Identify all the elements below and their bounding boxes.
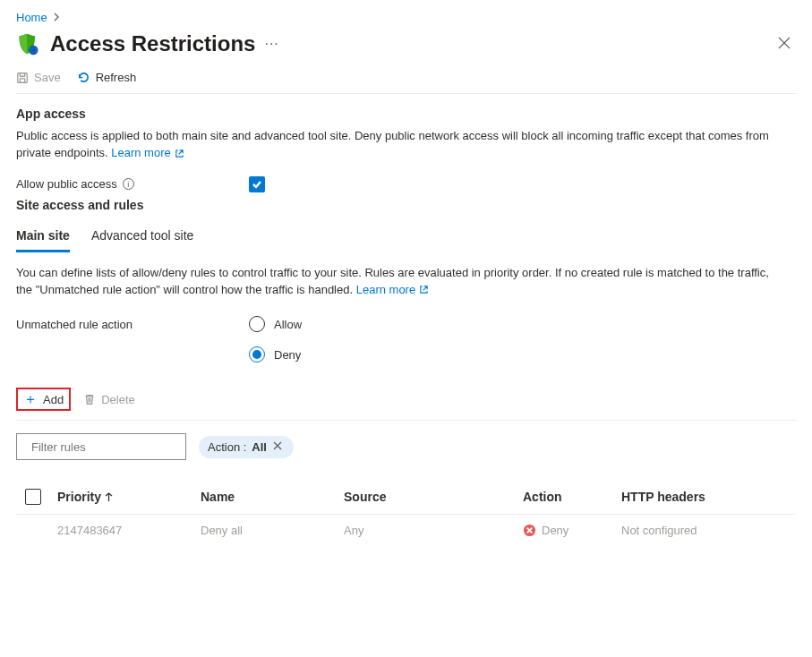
cell-http-headers: Not configured bbox=[621, 524, 765, 537]
chip-label: Action : bbox=[208, 440, 246, 454]
save-label: Save bbox=[34, 71, 61, 84]
column-name[interactable]: Name bbox=[201, 490, 344, 504]
app-access-description: Public access is applied to both main si… bbox=[16, 128, 788, 162]
unmatched-rule-label: Unmatched rule action bbox=[16, 318, 132, 331]
title-row: Access Restrictions ··· bbox=[16, 31, 796, 56]
refresh-label: Refresh bbox=[96, 71, 137, 84]
table-row[interactable]: 2147483647 Deny all Any Deny Not configu… bbox=[16, 515, 796, 546]
chevron-right-icon bbox=[53, 11, 60, 24]
radio-icon bbox=[249, 316, 265, 332]
breadcrumb: Home bbox=[16, 11, 796, 24]
page-title: Access Restrictions bbox=[50, 31, 255, 56]
refresh-icon bbox=[77, 71, 90, 84]
site-access-heading: Site access and rules bbox=[16, 198, 796, 212]
radio-icon bbox=[249, 346, 265, 363]
tab-main-site[interactable]: Main site bbox=[16, 225, 70, 252]
allow-public-access-field: Allow public access i bbox=[16, 176, 796, 192]
rules-command-bar: ＋ Add Delete bbox=[16, 388, 796, 411]
table-header-row: Priority Name Source Action HTTP headers bbox=[16, 480, 796, 515]
more-actions-button[interactable]: ··· bbox=[264, 36, 278, 52]
delete-label: Delete bbox=[101, 393, 135, 406]
radio-allow-label: Allow bbox=[274, 318, 302, 331]
delete-rule-button[interactable]: Delete bbox=[83, 393, 135, 406]
unmatched-rule-field: Unmatched rule action Allow Deny bbox=[16, 316, 796, 363]
allow-public-access-checkbox[interactable] bbox=[249, 176, 265, 192]
divider bbox=[16, 420, 796, 421]
app-access-heading: App access bbox=[16, 107, 796, 121]
unmatched-rule-radio-group: Allow Deny bbox=[249, 316, 302, 363]
breadcrumb-home-link[interactable]: Home bbox=[16, 11, 47, 24]
save-icon bbox=[16, 72, 29, 84]
cell-name: Deny all bbox=[201, 524, 344, 537]
divider bbox=[16, 93, 796, 94]
filter-rules-box[interactable] bbox=[16, 433, 186, 460]
save-button[interactable]: Save bbox=[16, 71, 61, 84]
column-source[interactable]: Source bbox=[344, 490, 523, 504]
refresh-button[interactable]: Refresh bbox=[77, 71, 137, 84]
trash-icon bbox=[83, 393, 96, 405]
filter-chip-action[interactable]: Action : All bbox=[199, 436, 294, 458]
check-icon bbox=[252, 179, 262, 190]
plus-icon: ＋ bbox=[23, 392, 38, 406]
shield-restrictions-icon bbox=[16, 31, 41, 56]
column-http-headers[interactable]: HTTP headers bbox=[621, 490, 765, 504]
chip-remove-icon[interactable] bbox=[272, 440, 285, 453]
cell-action: Deny bbox=[523, 524, 621, 537]
filter-rules-input[interactable] bbox=[31, 440, 182, 454]
info-icon[interactable]: i bbox=[123, 178, 134, 190]
svg-rect-3 bbox=[18, 73, 28, 82]
site-access-learn-more-link[interactable]: Learn more bbox=[356, 282, 429, 299]
add-rule-button[interactable]: ＋ Add bbox=[16, 388, 71, 411]
filter-row: Action : All bbox=[16, 433, 796, 460]
tab-advanced-tool-site[interactable]: Advanced tool site bbox=[91, 225, 193, 252]
radio-deny[interactable]: Deny bbox=[249, 346, 302, 363]
select-all-checkbox[interactable] bbox=[25, 489, 41, 505]
external-link-icon bbox=[175, 149, 184, 158]
add-label: Add bbox=[43, 393, 64, 406]
column-action[interactable]: Action bbox=[523, 490, 621, 504]
site-tabs: Main site Advanced tool site bbox=[16, 225, 796, 252]
radio-allow[interactable]: Allow bbox=[249, 316, 302, 332]
cell-source: Any bbox=[344, 524, 523, 537]
close-button[interactable] bbox=[773, 33, 796, 55]
allow-public-access-label: Allow public access bbox=[16, 177, 117, 191]
sort-asc-icon bbox=[105, 492, 113, 502]
site-access-description: You can define lists of allow/deny rules… bbox=[16, 265, 788, 299]
command-bar: Save Refresh bbox=[16, 69, 796, 93]
app-access-learn-more-link[interactable]: Learn more bbox=[111, 145, 184, 162]
radio-deny-label: Deny bbox=[274, 348, 301, 362]
cell-priority: 2147483647 bbox=[57, 524, 201, 537]
chip-value: All bbox=[252, 440, 267, 454]
external-link-icon bbox=[419, 285, 429, 294]
deny-status-icon bbox=[523, 524, 536, 537]
column-priority[interactable]: Priority bbox=[57, 490, 201, 504]
rules-table: Priority Name Source Action HTTP headers… bbox=[16, 480, 796, 546]
